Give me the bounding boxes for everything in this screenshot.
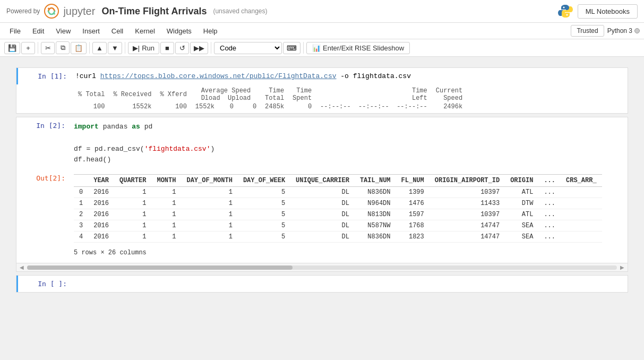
move-up-button[interactable]: ▲ xyxy=(92,42,107,54)
scroll-track[interactable] xyxy=(27,265,617,270)
row-3-idx: 3 xyxy=(74,220,88,232)
col-header-day-of-week: DAY_OF_WEEK xyxy=(238,175,290,187)
dl-time-total: 0 xyxy=(288,102,316,111)
toolbar: 💾 + ✂ ⧉ 📋 ▲ ▼ ▶| Run ■ ↺ ▶▶ Code Markdow… xyxy=(0,39,644,57)
cell-2-output-prompt: Out[2]: xyxy=(16,170,70,263)
menu-view[interactable]: View xyxy=(50,25,76,37)
cell-2-table-content: YEAR QUARTER MONTH DAY_OF_MONTH DAY_OF_W… xyxy=(70,170,628,263)
interrupt-button[interactable]: ■ xyxy=(160,42,174,54)
cell-1-url1: https://topcs.blob.core.windows.net xyxy=(100,72,245,80)
save-button[interactable]: 💾 xyxy=(4,42,20,54)
cell-2-line-1: import pandas as pd xyxy=(74,122,623,133)
menu-edit[interactable]: Edit xyxy=(27,25,49,37)
kernel-name-label: Python 3 xyxy=(607,27,632,35)
row-0-carrier: DL xyxy=(290,187,355,198)
ml-notebooks-button[interactable]: ML Notebooks xyxy=(578,4,638,19)
menu-help[interactable]: Help xyxy=(198,25,223,37)
scroll-right-arrow[interactable]: ▶ xyxy=(619,264,625,270)
pandas-text: pandas xyxy=(103,123,132,131)
cell-3-container: In [ ]: xyxy=(16,276,628,292)
row-4-origin-id: 14747 xyxy=(430,232,505,243)
bar-chart-icon: 📊 xyxy=(312,44,321,52)
table-row: 2 2016 1 1 1 5 DL N813DN 1597 10397 ATL … xyxy=(74,209,602,220)
menu-cell[interactable]: Cell xyxy=(106,25,128,37)
table-row: 3 2016 1 1 1 5 DL N587NW 1768 14747 SEA … xyxy=(74,220,602,232)
filename-string: 'flightdata.csv' xyxy=(144,145,211,153)
col-pct-received: % Received xyxy=(109,87,156,102)
move-down-button[interactable]: ▼ xyxy=(108,42,122,54)
kernel-info: Python 3 xyxy=(607,27,640,35)
cell-1-rest: -o flightdata.csv xyxy=(337,72,411,80)
cell-3-content[interactable] xyxy=(71,276,628,292)
toolbar-separator-4 xyxy=(211,42,211,54)
restart-run-button[interactable]: ▶▶ xyxy=(190,42,208,54)
scroll-thumb[interactable] xyxy=(27,265,293,270)
row-0-origin: ATL xyxy=(505,187,538,198)
toolbar-separator-3 xyxy=(125,42,125,54)
row-1-crs xyxy=(561,198,602,209)
row-1-origin: DTW xyxy=(505,198,538,209)
row-2-crs xyxy=(561,209,602,220)
menu-file[interactable]: File xyxy=(4,25,26,37)
cell-3-prompt: In [ ]: xyxy=(18,276,71,292)
scroll-left-arrow[interactable]: ◀ xyxy=(19,264,25,270)
keyboard-shortcuts-button[interactable]: ⌨ xyxy=(283,42,300,54)
python-logo-icon xyxy=(557,3,573,19)
col-header-crs-arr: CRS_ARR_ xyxy=(561,175,602,187)
as-keyword: as xyxy=(132,123,140,131)
col-header-ellipsis: ... xyxy=(538,175,561,187)
import-keyword: import xyxy=(74,123,99,131)
row-3-carrier: DL xyxy=(290,220,355,232)
row-0-quarter: 1 xyxy=(114,187,151,198)
cell-2: In [2]: import pandas as pd df = pd.read… xyxy=(16,117,628,272)
cell-3: In [ ]: xyxy=(16,275,628,293)
menubar: File Edit View Insert Cell Kernel Widget… xyxy=(0,23,644,39)
trusted-button[interactable]: Trusted xyxy=(571,25,604,37)
menu-kernel[interactable]: Kernel xyxy=(130,25,160,37)
col-current-speed: CurrentSpeed xyxy=(432,87,467,102)
row-1-dom: 1 xyxy=(181,198,237,209)
cell-2-prompt: In [2]: xyxy=(16,117,70,170)
cell-1-output-prompt xyxy=(16,84,70,113)
row-1-origin-id: 11433 xyxy=(430,198,505,209)
col-header-origin-airport-id: ORIGIN_AIRPORT_ID xyxy=(430,175,505,187)
row-4-year: 2016 xyxy=(88,232,114,243)
row-1-idx: 1 xyxy=(74,198,88,209)
cell-1: In [1]: !curl https://topcs.blob.core.wi… xyxy=(16,67,628,114)
cell-1-content[interactable]: !curl https://topcs.blob.core.windows.ne… xyxy=(71,68,628,84)
row-1-month: 1 xyxy=(151,198,181,209)
row-1-carrier: DL xyxy=(290,198,355,209)
row-2-dots: ... xyxy=(538,209,561,220)
cell-2-content[interactable]: import pandas as pd df = pd.read_csv('fl… xyxy=(70,117,628,170)
row-0-idx: 0 xyxy=(74,187,88,198)
rise-slideshow-button[interactable]: 📊 Enter/Exit RISE Slideshow xyxy=(306,42,410,54)
horizontal-scrollbar[interactable]: ◀ ▶ xyxy=(16,263,628,271)
pd-text: pd xyxy=(144,123,153,131)
cut-button[interactable]: ✂ xyxy=(41,42,55,54)
row-2-dow: 5 xyxy=(238,209,290,220)
dfhead-text: df.head() xyxy=(74,156,111,164)
row-3-dots: ... xyxy=(538,220,561,232)
svg-point-4 xyxy=(566,14,568,16)
col-header-unique-carrier: UNIQUE_CARRIER xyxy=(290,175,355,187)
row-4-flnum: 1823 xyxy=(396,232,430,243)
restart-button[interactable]: ↺ xyxy=(175,42,189,54)
run-button[interactable]: ▶| Run xyxy=(128,42,159,54)
row-2-origin-id: 10397 xyxy=(430,209,505,220)
row-1-dow: 5 xyxy=(238,198,290,209)
row-2-origin: ATL xyxy=(505,209,538,220)
menu-widgets[interactable]: Widgets xyxy=(161,25,197,37)
copy-button[interactable]: ⧉ xyxy=(56,41,70,54)
row-2-flnum: 1597 xyxy=(396,209,430,220)
cell-type-select[interactable]: Code Markdown Raw NBConvert xyxy=(214,42,282,54)
download-stats-row: 100 1552k 100 1552k 0 0 2485k 0 --:--:--… xyxy=(74,102,467,111)
row-4-tail: N836DN xyxy=(355,232,396,243)
row-4-carrier: DL xyxy=(290,232,355,243)
paste-button[interactable]: 📋 xyxy=(71,42,87,54)
row-2-month: 1 xyxy=(151,209,181,220)
menu-insert[interactable]: Insert xyxy=(77,25,105,37)
col-pct-xferd: % Xferd xyxy=(156,87,191,102)
col-time-total: TimeTotal xyxy=(261,87,288,102)
add-cell-button[interactable]: + xyxy=(21,42,35,54)
col-header-year: YEAR xyxy=(88,175,114,187)
